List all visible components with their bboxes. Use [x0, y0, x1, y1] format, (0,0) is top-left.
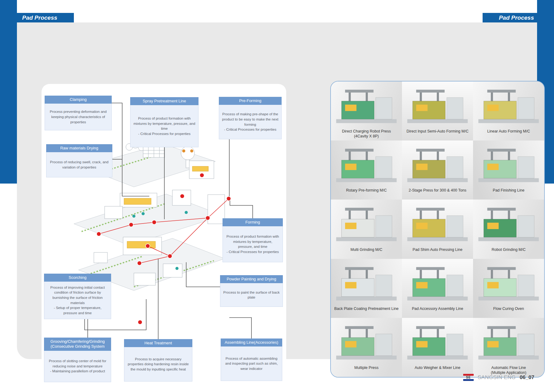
equipment-caption: Multiple Press — [331, 364, 402, 377]
machine-illustration — [331, 200, 402, 245]
equipment-card: Direct Input Semi-Auto Forming M/C — [402, 81, 473, 141]
equipment-caption: Direct Input Semi-Auto Forming M/C — [402, 127, 473, 141]
logo-blue-bar — [463, 379, 474, 381]
callout-body: Process of product formation with mixtur… — [223, 226, 283, 262]
process-diagram-panel: Clamping Process preventing deformation … — [42, 84, 286, 377]
equipment-caption: Flow Curing Oven — [473, 305, 544, 318]
content-panel: Clamping Process preventing deformation … — [17, 22, 537, 359]
equipment-caption: 2-Stage Press for 300 & 400 Tons — [402, 186, 473, 200]
left-blue-band — [0, 0, 17, 184]
equipment-photo — [331, 200, 402, 245]
machine-illustration — [331, 81, 402, 127]
brochure-page: Pad Process Pad Process — [0, 0, 554, 392]
page-number: 06_07 — [520, 374, 534, 381]
page-footer: SE SANGSIN ENG 06_07 — [463, 374, 534, 381]
equipment-card: Multi Grinding M/C — [331, 200, 402, 259]
callout-heat-treatment: Heat Treatment Process to acquire necess… — [124, 339, 192, 382]
machine-illustration — [331, 318, 402, 364]
equipment-card: Flow Curing Oven — [473, 259, 544, 318]
equipment-card: Rotary Pre-forming M/C — [331, 141, 402, 200]
equipment-card: 2-Stage Press for 300 & 400 Tons — [402, 141, 473, 200]
callout-body: Process of automatic assembling and insp… — [221, 346, 282, 381]
equipment-photo — [473, 259, 544, 305]
equipment-caption: Pad Shim Auto Pressing Line — [402, 246, 473, 259]
equipment-card: Direct Charging Robot Press (4Cavity X 8… — [331, 81, 402, 141]
machine-illustration — [402, 318, 473, 364]
page-title: Pad Process — [499, 14, 534, 21]
equipment-card: Pad Accessory Assembly Line — [402, 259, 473, 318]
equipment-caption: Direct Charging Robot Press (4Cavity X 8… — [331, 127, 402, 141]
equipment-caption: Pad Accessory Assembly Line — [402, 305, 473, 318]
equipment-photo — [402, 141, 473, 186]
sangsin-logo: SE — [463, 374, 474, 381]
equipment-card: Auto Weigher & Mixer Line — [402, 318, 473, 377]
equipment-photo — [331, 81, 402, 127]
callout-body: Process of slotting center of mold for r… — [44, 351, 111, 382]
machine-illustration — [331, 259, 402, 305]
callout-title: Forming — [223, 218, 283, 226]
callout-raw-materials-drying: Raw materials Drying Process of reducing… — [46, 144, 112, 177]
callout-scorching: Scorching Process of improving initial c… — [44, 274, 111, 319]
callout-body: Process preventing deformation and keepi… — [45, 104, 112, 130]
machine-illustration — [473, 81, 544, 127]
callout-body: Process to paint the surface of back pla… — [220, 283, 283, 307]
equipment-photo — [402, 81, 473, 127]
callout-forming: Forming Process of product formation wit… — [223, 218, 283, 262]
machine-illustration — [331, 141, 402, 186]
callout-title: Powder Painting and Drying — [220, 275, 283, 283]
equipment-grid-panel: Direct Charging Robot Press (4Cavity X 8… — [330, 81, 545, 378]
machine-illustration — [473, 200, 544, 245]
machine-illustration — [402, 200, 473, 245]
equipment-card: Pad Finishing Line — [473, 141, 544, 200]
equipment-caption: Auto Weigher & Mixer Line — [402, 364, 473, 377]
callout-title: Heat Treatment — [124, 339, 192, 347]
equipment-photo — [473, 318, 544, 364]
equipment-photo — [402, 318, 473, 364]
equipment-card: Pad Shim Auto Pressing Line — [402, 200, 473, 259]
page-header-right: Pad Process — [483, 13, 554, 22]
logo-se-text: SE — [463, 376, 474, 379]
equipment-caption: Robot Grinding M/C — [473, 246, 544, 259]
callout-pre-forming: Pre-Forming Process of making pre-shape … — [219, 97, 282, 139]
callout-spray-pretreatment: Spray Pretreatment Line Process of produ… — [130, 97, 199, 147]
callout-body: Process of improving initial contact con… — [44, 282, 111, 319]
equipment-caption: Back Plate Coating Pretreatment Line — [331, 305, 402, 318]
equipment-photo — [331, 318, 402, 364]
machine-illustration — [473, 259, 544, 305]
company-name: SANGSIN ENG — [478, 374, 516, 381]
equipment-photo — [473, 200, 544, 245]
machine-illustration — [473, 318, 544, 364]
equipment-photo — [402, 259, 473, 305]
equipment-caption: Pad Finishing Line — [473, 186, 544, 200]
callout-title: Assembling Line(Accessories) — [221, 339, 282, 346]
callout-body: Process of reducing swell, crack, and va… — [46, 152, 112, 177]
callout-body: Process of making pre-shape of the produ… — [219, 105, 282, 139]
page-header-left: Pad Process — [0, 13, 74, 22]
equipment-caption: Linear Auto Forming M/C — [473, 127, 544, 141]
callout-clamping: Clamping Process preventing deformation … — [45, 96, 112, 130]
equipment-photo — [331, 141, 402, 186]
machine-illustration — [402, 259, 473, 305]
machine-illustration — [402, 81, 473, 127]
callout-title: Clamping — [45, 96, 112, 104]
callout-powder-painting-drying: Powder Painting and Drying Process to pa… — [220, 275, 283, 307]
callout-title: Scorching — [44, 274, 111, 282]
equipment-caption: Rotary Pre-forming M/C — [331, 186, 402, 200]
page-title: Pad Process — [22, 14, 57, 21]
equipment-card: Linear Auto Forming M/C — [473, 81, 544, 141]
equipment-photo — [331, 259, 402, 305]
callout-body: Process of product formation with mixtur… — [130, 105, 199, 147]
equipment-card: Multiple Press — [331, 318, 402, 377]
callout-grooving-chamfering-grinding: Grooving/Chamfering/Grinding (Consecutiv… — [44, 338, 111, 382]
equipment-photo — [402, 200, 473, 245]
callout-title: Grooving/Chamfering/Grinding (Consecutiv… — [44, 338, 111, 351]
equipment-card: Robot Grinding M/C — [473, 200, 544, 259]
callout-title: Pre-Forming — [219, 97, 282, 105]
equipment-photo — [473, 141, 544, 186]
equipment-card: Automatic Flow Line (Multiple Applicatio… — [473, 318, 544, 377]
equipment-photo — [473, 81, 544, 127]
callout-body: Process to acquire necessary properties … — [124, 347, 192, 382]
machine-illustration — [402, 141, 473, 186]
machine-illustration — [473, 141, 544, 186]
equipment-caption: Multi Grinding M/C — [331, 246, 402, 259]
